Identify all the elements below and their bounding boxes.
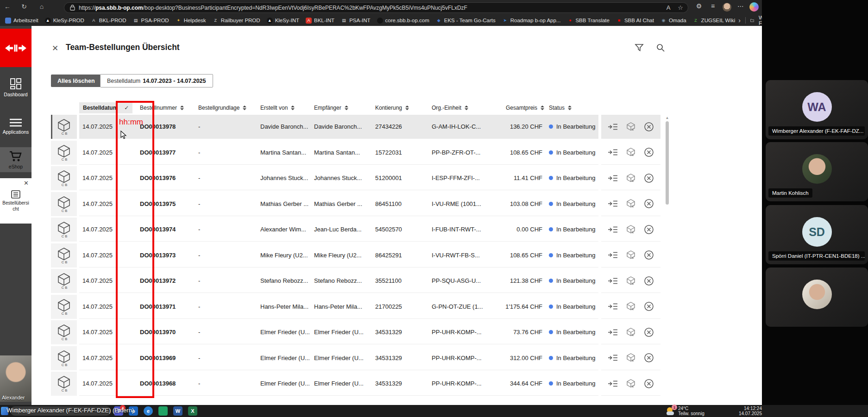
filter-icon[interactable] bbox=[635, 43, 644, 54]
participant-tile[interactable] bbox=[766, 268, 868, 327]
copilot-icon[interactable] bbox=[749, 2, 759, 12]
sidebar-item-dashboard[interactable]: Dashboard bbox=[0, 78, 31, 97]
open-details-button[interactable] bbox=[607, 275, 619, 287]
cancel-order-button[interactable] bbox=[643, 224, 655, 236]
self-video-tile[interactable]: Alexander bbox=[0, 355, 31, 402]
return-order-button[interactable] bbox=[625, 198, 637, 210]
sort-icon[interactable] bbox=[291, 106, 295, 110]
open-details-button[interactable] bbox=[607, 249, 619, 261]
bookmark-item[interactable]: Z ZUGSEIL Wiki bbox=[690, 17, 739, 25]
cancel-order-button[interactable] bbox=[643, 121, 655, 133]
sort-icon[interactable] bbox=[345, 106, 348, 110]
open-details-button[interactable] bbox=[607, 326, 619, 338]
read-aloud-icon[interactable]: A bbox=[667, 4, 671, 11]
more-bookmarks-chevron-icon[interactable]: › bbox=[738, 17, 741, 24]
cancel-order-button[interactable] bbox=[643, 378, 655, 390]
open-details-button[interactable] bbox=[607, 172, 619, 184]
bookmark-item[interactable]: ◉ Omada bbox=[657, 17, 690, 25]
bookmark-item[interactable]: ▤ PSA-INT bbox=[338, 17, 373, 25]
cancel-order-button[interactable] bbox=[643, 275, 655, 287]
return-order-button[interactable] bbox=[625, 249, 637, 261]
table-scrollbar[interactable]: ▲ bbox=[665, 116, 669, 397]
tab-close-icon[interactable]: ✕ bbox=[24, 180, 29, 187]
return-order-button[interactable] bbox=[625, 326, 637, 338]
favorites-bar-icon[interactable]: ≡ bbox=[708, 2, 718, 10]
address-bar[interactable]: https://psa.sbb.b-op.com/bop-desktop?Bus… bbox=[64, 2, 688, 13]
taskbar-app-icon[interactable]: X bbox=[188, 406, 197, 416]
back-icon[interactable]: ← bbox=[2, 3, 13, 10]
bookmark-item[interactable]: ➤ Roadmap b-op App... bbox=[499, 17, 564, 25]
column-erstellt-von[interactable]: Erstellt von bbox=[257, 105, 311, 111]
profile-avatar[interactable] bbox=[723, 3, 731, 12]
bookmark-item[interactable]: ▤ PSA-PROD bbox=[130, 17, 172, 25]
column-org-einheit[interactable]: Org.-Einheit bbox=[428, 105, 490, 111]
date-filter-button[interactable]: Bestelldatum 14.07.2023 - 14.07.2025 bbox=[100, 74, 213, 87]
cancel-order-button[interactable] bbox=[643, 146, 655, 158]
return-order-button[interactable] bbox=[625, 300, 637, 312]
return-order-button[interactable] bbox=[625, 224, 637, 236]
taskbar-app-icon[interactable]: W bbox=[173, 406, 182, 416]
open-details-button[interactable] bbox=[607, 378, 619, 390]
bookmark-item[interactable]: core.sbb.b-op.com bbox=[374, 17, 433, 25]
cancel-order-button[interactable] bbox=[643, 300, 655, 312]
bookmark-item[interactable]: Arbeitszeit bbox=[2, 17, 42, 25]
column-empfaenger[interactable]: Empfänger bbox=[311, 105, 372, 111]
return-order-button[interactable] bbox=[625, 352, 637, 364]
return-order-button[interactable] bbox=[625, 275, 637, 287]
browser-menu-icon[interactable]: ⋯ bbox=[736, 2, 746, 10]
column-bestellgrundlage[interactable]: Bestellgrundlage bbox=[195, 105, 257, 111]
bookmark-item[interactable]: ◆ EKS - Team Go-Carts bbox=[433, 17, 499, 25]
cancel-order-button[interactable] bbox=[643, 198, 655, 210]
open-details-button[interactable] bbox=[607, 146, 619, 158]
page-close-icon[interactable]: ✕ bbox=[52, 44, 58, 53]
scroll-up-icon[interactable]: ▲ bbox=[665, 116, 669, 120]
sort-icon[interactable] bbox=[180, 106, 184, 110]
cancel-order-button[interactable] bbox=[643, 249, 655, 261]
open-details-button[interactable] bbox=[607, 198, 619, 210]
column-gesamtpreis[interactable]: Gesamtpreis bbox=[490, 105, 544, 111]
return-order-button[interactable] bbox=[625, 172, 637, 184]
taskbar-clock[interactable]: 14:12:24 14.07.2025 bbox=[716, 406, 762, 416]
refresh-icon[interactable]: ↻ bbox=[19, 3, 30, 10]
weather-widget[interactable]: 1 24°C Teilw. sonnig bbox=[666, 406, 704, 416]
participant-tile[interactable]: Martin Kohlisch bbox=[766, 142, 868, 201]
sort-icon[interactable] bbox=[541, 106, 544, 110]
open-details-button[interactable] bbox=[607, 224, 619, 236]
bookmark-item[interactable]: ● SBB Translate bbox=[564, 17, 613, 25]
return-order-button[interactable] bbox=[625, 121, 637, 133]
sort-icon[interactable] bbox=[405, 106, 409, 110]
clear-filters-button[interactable]: Alles löschen bbox=[51, 75, 101, 87]
bookmark-item[interactable]: ■ SBB AI Chat bbox=[613, 17, 657, 25]
cancel-order-button[interactable] bbox=[643, 172, 655, 184]
participant-tile[interactable]: WA Wimberger Alexander (F-EK-FAF-DZ... bbox=[766, 80, 868, 139]
sidebar-item-applications[interactable]: Applications bbox=[0, 118, 31, 135]
bookmark-item[interactable]: A BKL-INT bbox=[302, 17, 338, 25]
open-details-button[interactable] bbox=[607, 352, 619, 364]
taskbar-app-icon[interactable]: e bbox=[144, 406, 153, 416]
sidebar-tab-bestelluebersicht[interactable]: ✕ Bestellübersicht bbox=[0, 178, 31, 224]
participant-tile[interactable]: SD Spörri Daniel (IT-PTR-CEN1-BDE18) ... bbox=[766, 205, 868, 264]
scrollbar-thumb[interactable] bbox=[666, 121, 669, 205]
favorite-star-icon[interactable]: ☆ bbox=[678, 4, 683, 11]
sort-icon[interactable] bbox=[465, 106, 468, 110]
home-icon[interactable]: ⌂ bbox=[36, 3, 47, 10]
return-order-button[interactable] bbox=[625, 146, 637, 158]
sidebar-item-eshop[interactable]: eShop bbox=[0, 147, 31, 172]
open-details-button[interactable] bbox=[607, 300, 619, 312]
bookmark-item[interactable]: ▲ KleSy-PROD bbox=[42, 17, 88, 25]
search-icon[interactable] bbox=[656, 43, 665, 54]
bookmark-item[interactable]: A BKL-PROD bbox=[88, 17, 130, 25]
bookmark-item[interactable]: Z Railbuyer PROD bbox=[209, 17, 264, 25]
cancel-order-button[interactable] bbox=[643, 352, 655, 364]
bookmark-item[interactable]: ▲ KleSy-INT bbox=[264, 17, 302, 25]
return-order-button[interactable] bbox=[625, 378, 637, 390]
bookmark-item[interactable]: ✦ Helpdesk bbox=[172, 17, 209, 25]
sbb-logo[interactable] bbox=[0, 29, 31, 67]
sort-icon[interactable] bbox=[243, 106, 246, 110]
column-kontierung[interactable]: Kontierung bbox=[372, 105, 428, 111]
extensions-icon[interactable]: ⚙ bbox=[694, 2, 704, 10]
taskbar-app-icon[interactable] bbox=[158, 406, 168, 416]
open-details-button[interactable] bbox=[607, 121, 619, 133]
column-status[interactable]: Status bbox=[544, 105, 598, 111]
sort-icon[interactable] bbox=[568, 106, 572, 110]
